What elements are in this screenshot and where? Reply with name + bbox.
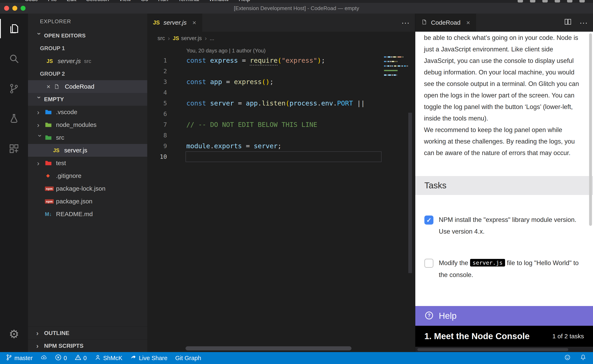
chevron-right-icon: ›: [36, 342, 44, 350]
code-editor[interactable]: You, 20 days ago | 1 author (You)1const …: [147, 45, 415, 352]
status-feedback[interactable]: [564, 354, 571, 362]
minimap-line: [384, 56, 408, 58]
folder-.vscode[interactable]: ›.vscode: [28, 106, 147, 118]
menu-item-terminal[interactable]: Terminal: [178, 0, 199, 3]
code-line-1[interactable]: 1const express = require("express");: [147, 55, 415, 66]
activity-settings-icon[interactable]: ⚙: [0, 319, 28, 349]
coderoad-panel: CodeRoad × ··· be able to check what’s g…: [415, 13, 593, 352]
status-shmck[interactable]: ShMcK: [94, 354, 122, 362]
status-label: Git Graph: [175, 355, 201, 362]
menu-item-selection[interactable]: Selection: [86, 0, 109, 3]
file-README.md[interactable]: M↓README.md: [28, 208, 147, 221]
task-item-2: Modify the server.js file to log "Hello …: [424, 257, 581, 281]
vscode-icon: [45, 109, 55, 115]
checkbox-unchecked[interactable]: [424, 259, 433, 268]
window-controls[interactable]: [4, 6, 26, 11]
close-tab-icon[interactable]: ×: [466, 19, 470, 26]
code-line-10[interactable]: 10: [147, 151, 415, 162]
folder-test[interactable]: ›test: [28, 157, 147, 169]
minimap[interactable]: [384, 56, 408, 79]
minimap-line: [384, 77, 408, 78]
line-number: 10: [147, 151, 178, 162]
task-item-1: ✓NPM install the "express" library modul…: [424, 214, 581, 237]
lesson-text: be able to check what’s going on in your…: [424, 32, 581, 159]
code-line-3[interactable]: 3const app = express();: [147, 77, 415, 87]
file-package.json[interactable]: npmpackage.json: [28, 195, 147, 208]
task-text: Modify the server.js file to log "Hello …: [439, 257, 579, 281]
open-editor-coderoad[interactable]: ×CodeRoad: [28, 80, 147, 93]
checkbox-checked[interactable]: ✓: [424, 215, 433, 225]
open-editors-header[interactable]: ›OPEN EDITORS: [28, 29, 147, 42]
status-git-graph[interactable]: Git Graph: [175, 355, 201, 362]
titlebar: [Extension Development Host] - CodeRoad …: [0, 3, 593, 13]
activity-search-icon[interactable]: [0, 44, 28, 74]
tab-coderoad[interactable]: CodeRoad ×: [415, 13, 476, 32]
status-master[interactable]: master: [6, 354, 33, 362]
file-package-lock.json[interactable]: npmpackage-lock.json: [28, 182, 147, 195]
code-line-9[interactable]: 9module.exports = server;: [147, 141, 415, 151]
close-icon[interactable]: ×: [47, 83, 50, 91]
breadcrumb-item-[interactable]: ...: [210, 35, 214, 42]
tab-server-js[interactable]: JS server.js ×: [147, 13, 202, 32]
code-line-2[interactable]: 2: [147, 66, 415, 77]
activity-source-control-icon[interactable]: [0, 74, 28, 104]
editor-group: JS server.js × ··· src›JSserver.js›... Y…: [147, 13, 415, 352]
codelens-text: You, 20 days ago | 1 author (You): [178, 46, 266, 55]
section-npm-scripts[interactable]: ›NPM SCRIPTS: [28, 339, 147, 352]
tab-label: CodeRoad: [431, 19, 460, 26]
split-editor-icon[interactable]: [564, 18, 572, 28]
breadcrumb-item-src[interactable]: src: [158, 35, 165, 42]
breadcrumb-item-serverjs[interactable]: JSserver.js: [173, 35, 202, 42]
panel-scrollbar[interactable]: [589, 33, 592, 226]
code-line-8[interactable]: 8: [147, 130, 415, 141]
menu-item-file[interactable]: File: [48, 0, 57, 3]
editor-horizontal-scrollbar[interactable]: [186, 346, 352, 351]
menu-item-run[interactable]: Run: [158, 0, 168, 3]
breadcrumb-label: src: [158, 35, 165, 41]
item-label: server.js: [64, 147, 87, 154]
file-.gitignore[interactable]: .gitignore: [28, 169, 147, 182]
line-number: 9: [147, 141, 178, 151]
folder-nodemodules[interactable]: ›node_modules: [28, 118, 147, 131]
code-line-4[interactable]: 4: [147, 87, 415, 98]
step-bar[interactable]: 1. Meet the Node Console 1 of 2 tasks: [415, 326, 593, 347]
menu-item-code[interactable]: Code: [25, 0, 38, 3]
chevron-down-icon: ›: [35, 32, 43, 40]
menu-item-view[interactable]: View: [119, 0, 131, 3]
menu-item-help[interactable]: Help: [239, 0, 250, 3]
file-server.js[interactable]: JSserver.js: [28, 144, 147, 157]
code-text: // -- DO NOT EDIT BELOW THIS LINE: [178, 119, 317, 130]
gutter-spacer: [147, 46, 178, 55]
more-actions-icon[interactable]: ···: [580, 18, 588, 27]
editor-vertical-scrollbar[interactable]: [408, 113, 412, 273]
menu-item-window[interactable]: Window: [209, 0, 229, 3]
status-live-share[interactable]: Live Share: [130, 354, 167, 362]
section-outline[interactable]: ›OUTLINE: [28, 327, 147, 339]
code-line-7[interactable]: 7// -- DO NOT EDIT BELOW THIS LINE: [147, 119, 415, 130]
codelens-annotation[interactable]: You, 20 days ago | 1 author (You): [147, 46, 415, 55]
status-0[interactable]: 0: [55, 354, 67, 362]
folder-src[interactable]: ›src: [28, 131, 147, 144]
code-line-5[interactable]: 5const server = app.listen(process.env.P…: [147, 98, 415, 109]
activity-explorer-icon[interactable]: [0, 13, 28, 44]
status-0[interactable]: 0: [75, 354, 87, 362]
activity-extensions-icon[interactable]: [0, 134, 28, 164]
more-actions-icon[interactable]: ···: [401, 18, 410, 27]
workspace-header-empty[interactable]: ›EMPTY: [28, 93, 147, 106]
help-bar[interactable]: ? Help: [415, 306, 593, 326]
webview-bottom-strip: [415, 347, 593, 352]
code-text: [178, 66, 186, 77]
maximize-window-button[interactable]: [20, 6, 26, 11]
menu-item-edit[interactable]: Edit: [67, 0, 76, 3]
menu-item-go[interactable]: Go: [141, 0, 148, 3]
activity-run-debug-icon[interactable]: [0, 104, 28, 134]
close-window-button[interactable]: [4, 6, 9, 11]
status-bell[interactable]: [580, 354, 586, 362]
minimize-window-button[interactable]: [12, 6, 17, 11]
close-tab-icon[interactable]: ×: [192, 19, 196, 26]
status-label: master: [14, 355, 33, 362]
editor-label: CodeRoad: [65, 83, 94, 90]
status-cloud-upload[interactable]: [40, 354, 47, 362]
code-line-6[interactable]: 6: [147, 109, 415, 119]
open-editor-server.js[interactable]: JSserver.jssrc: [28, 55, 147, 67]
